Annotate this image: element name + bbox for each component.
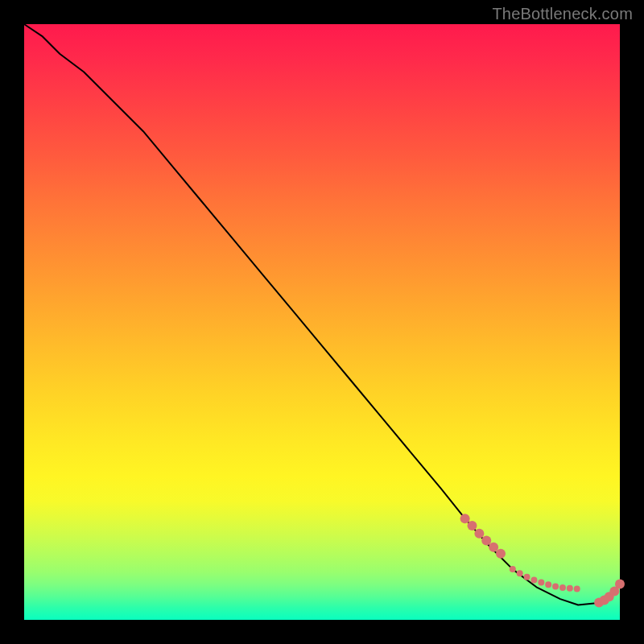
data-point [552,584,559,590]
data-point [559,584,566,591]
data-point [510,566,516,572]
data-point [517,570,523,576]
data-point [538,579,544,585]
data-point [615,580,625,589]
data-point [496,549,506,559]
data-point [574,586,580,592]
data-point [524,574,530,580]
data-point [467,521,477,530]
plot-area [24,24,620,620]
data-point [460,514,470,523]
data-point [530,576,537,583]
curve-path [24,24,620,605]
chart-overlay [24,24,620,620]
data-point [489,543,498,552]
data-point [474,529,484,539]
data-point [567,585,573,592]
dots-layer [460,514,625,607]
watermark-label: TheBottleneck.com [492,5,633,23]
chart-stage: TheBottleneck.com [0,0,644,644]
curve-layer [24,24,620,605]
data-point [481,536,491,546]
data-point [545,581,551,588]
